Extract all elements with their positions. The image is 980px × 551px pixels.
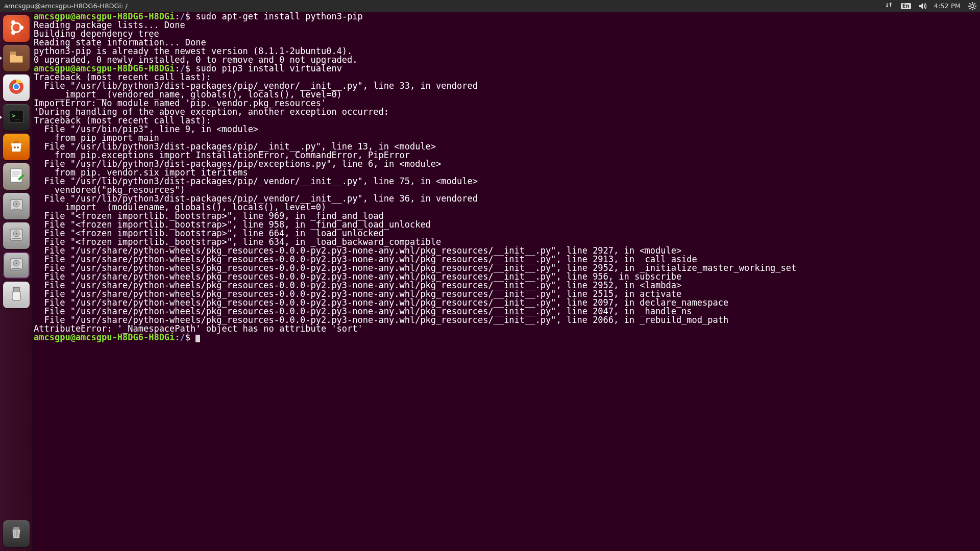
launcher-disk-volume-2[interactable] bbox=[3, 222, 30, 249]
hdd-icon bbox=[8, 196, 25, 216]
svg-point-19 bbox=[14, 146, 16, 148]
clock[interactable]: 4:52 PM bbox=[934, 2, 961, 10]
workarea: >_ amcsgpu@amcsgpu-H8DG6-H8DGi:/$ sudo a… bbox=[0, 12, 980, 551]
svg-rect-36 bbox=[12, 268, 21, 269]
terminal-icon: >_ bbox=[8, 108, 25, 127]
launcher-disk-volume-1[interactable] bbox=[3, 193, 30, 219]
launcher-trash[interactable] bbox=[3, 520, 30, 547]
svg-point-11 bbox=[11, 20, 15, 24]
terminal-command: sudo pip3 install virtualenv bbox=[195, 63, 342, 73]
launcher-usb-drive[interactable] bbox=[3, 282, 30, 308]
svg-point-31 bbox=[15, 233, 17, 235]
terminal-cursor bbox=[195, 335, 200, 342]
usb-drive-icon bbox=[8, 285, 25, 305]
terminal-output-line: File "/usr/bin/pip3", line 9, in <module… bbox=[34, 125, 979, 134]
language-indicator[interactable]: En bbox=[901, 2, 911, 11]
launcher-terminal[interactable]: >_ bbox=[3, 104, 30, 131]
software-bag-icon bbox=[8, 137, 25, 157]
launcher-dash[interactable] bbox=[3, 15, 30, 42]
svg-rect-39 bbox=[13, 527, 19, 529]
network-updown-icon[interactable] bbox=[885, 2, 894, 11]
gear-icon[interactable] bbox=[968, 2, 977, 11]
svg-line-8 bbox=[974, 3, 975, 4]
top-menubar: amcsgpu@amcsgpu-H8DG6-H8DGi: / En 4:52 P… bbox=[0, 0, 980, 12]
svg-point-35 bbox=[15, 263, 17, 264]
unity-launcher: >_ bbox=[0, 12, 33, 551]
ubuntu-dash-icon bbox=[8, 19, 25, 38]
svg-point-20 bbox=[17, 146, 19, 148]
chrome-icon bbox=[8, 78, 25, 97]
trash-icon bbox=[8, 524, 25, 543]
svg-rect-28 bbox=[12, 209, 21, 210]
volume-icon[interactable] bbox=[918, 2, 927, 11]
launcher-google-chrome[interactable] bbox=[3, 74, 30, 101]
svg-rect-38 bbox=[12, 291, 20, 300]
svg-point-0 bbox=[971, 5, 974, 8]
svg-rect-13 bbox=[10, 52, 16, 55]
svg-rect-21 bbox=[11, 169, 22, 182]
terminal-window[interactable]: amcsgpu@amcsgpu-H8DG6-H8DGi:/$ sudo apt-… bbox=[33, 12, 980, 551]
hdd-icon bbox=[8, 256, 25, 275]
svg-text:>_: >_ bbox=[12, 112, 19, 119]
svg-line-6 bbox=[974, 8, 975, 9]
svg-point-27 bbox=[15, 204, 17, 205]
svg-rect-32 bbox=[12, 238, 21, 239]
svg-line-7 bbox=[969, 8, 970, 9]
folder-icon bbox=[8, 48, 25, 68]
launcher-text-editor[interactable] bbox=[3, 163, 30, 190]
launcher-ubuntu-software[interactable] bbox=[3, 134, 30, 160]
svg-line-5 bbox=[969, 3, 970, 4]
svg-point-16 bbox=[14, 84, 19, 89]
svg-point-10 bbox=[19, 26, 23, 30]
svg-point-12 bbox=[11, 31, 15, 35]
hdd-icon bbox=[8, 226, 25, 245]
system-tray: En 4:52 PM bbox=[885, 2, 977, 11]
launcher-disk-volume-3[interactable] bbox=[3, 252, 30, 279]
svg-rect-37 bbox=[13, 287, 19, 291]
window-title: amcsgpu@amcsgpu-H8DG6-H8DGi: / bbox=[4, 2, 128, 10]
launcher-files[interactable] bbox=[3, 45, 30, 71]
terminal-prompt-line: amcsgpu@amcsgpu-H8DG6-H8DGi:/$ bbox=[34, 333, 979, 342]
text-editor-icon bbox=[8, 167, 25, 186]
terminal-command: sudo apt-get install python3-pip bbox=[195, 12, 363, 21]
